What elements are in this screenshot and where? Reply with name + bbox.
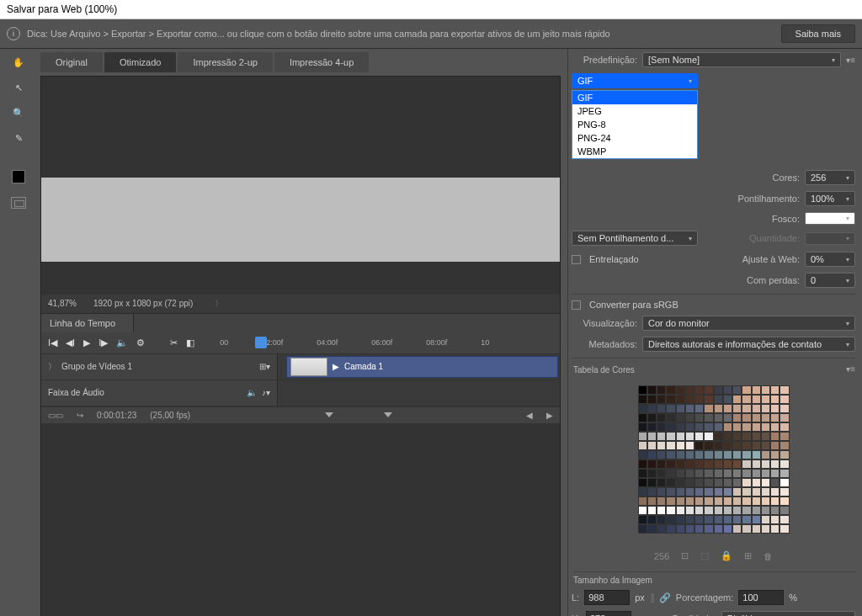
- play-button[interactable]: ▶: [83, 337, 90, 348]
- color-swatch-cell[interactable]: [685, 404, 694, 413]
- color-swatch-cell[interactable]: [780, 395, 789, 404]
- color-swatch-cell[interactable]: [742, 478, 751, 487]
- color-swatch-cell[interactable]: [638, 524, 647, 534]
- color-swatch-cell[interactable]: [676, 506, 685, 515]
- color-swatch-cell[interactable]: [732, 395, 742, 404]
- eyedropper-tool[interactable]: ✎: [10, 130, 27, 146]
- hand-tool[interactable]: ✋: [10, 54, 27, 71]
- color-swatch-cell[interactable]: [657, 478, 666, 487]
- slice-visibility-icon[interactable]: [11, 197, 26, 209]
- music-icon[interactable]: ♪▾: [262, 388, 270, 397]
- timeline-tab[interactable]: Linha do Tempo: [41, 314, 134, 332]
- color-swatch-cell[interactable]: [732, 385, 742, 395]
- color-swatch-cell[interactable]: [770, 497, 780, 506]
- color-swatch-cell[interactable]: [666, 459, 675, 469]
- color-swatch-cell[interactable]: [761, 395, 770, 404]
- slice-select-tool[interactable]: ↖: [10, 79, 27, 96]
- color-swatch-cell[interactable]: [761, 506, 770, 515]
- color-swatch-cell[interactable]: [657, 395, 666, 404]
- color-swatch-cell[interactable]: [780, 441, 789, 450]
- color-swatch-cell[interactable]: [742, 422, 751, 432]
- color-swatch-cell[interactable]: [666, 413, 675, 422]
- color-swatch-cell[interactable]: [666, 441, 675, 450]
- color-swatch-cell[interactable]: [638, 506, 647, 515]
- new-color-icon[interactable]: ⊞: [744, 550, 752, 561]
- color-swatch-cell[interactable]: [694, 395, 704, 404]
- color-swatch-cell[interactable]: [704, 497, 713, 506]
- color-swatch-cell[interactable]: [704, 395, 713, 404]
- color-swatch-cell[interactable]: [723, 385, 732, 395]
- color-swatch-cell[interactable]: [770, 524, 780, 534]
- next-frame-button[interactable]: I▶: [98, 337, 108, 348]
- color-swatch-cell[interactable]: [752, 469, 761, 478]
- color-swatch-cell[interactable]: [723, 524, 732, 534]
- color-swatch-cell[interactable]: [732, 422, 742, 432]
- color-swatch-cell[interactable]: [770, 506, 780, 515]
- color-swatch-cell[interactable]: [694, 441, 704, 450]
- color-swatch-cell[interactable]: [657, 506, 666, 515]
- scroll-left[interactable]: ◀: [526, 411, 533, 420]
- color-swatch-cell[interactable]: [704, 404, 713, 413]
- color-swatch-cell[interactable]: [732, 487, 742, 497]
- lock-icon[interactable]: 🔒: [721, 550, 732, 561]
- color-swatch-cell[interactable]: [752, 515, 761, 524]
- color-swatch-cell[interactable]: [714, 487, 723, 497]
- color-swatch-cell[interactable]: [676, 459, 685, 469]
- format-dropdown[interactable]: GIF JPEG PNG-8 PNG-24 WBMP: [572, 90, 698, 159]
- color-swatch-cell[interactable]: [657, 450, 666, 459]
- color-swatch-cell[interactable]: [770, 385, 780, 395]
- color-swatch[interactable]: [12, 170, 25, 183]
- color-swatch-cell[interactable]: [752, 487, 761, 497]
- color-swatch-cell[interactable]: [714, 478, 723, 487]
- color-table[interactable]: [638, 385, 790, 545]
- color-swatch-cell[interactable]: [732, 497, 742, 506]
- color-swatch-cell[interactable]: [742, 469, 751, 478]
- color-swatch-cell[interactable]: [638, 497, 647, 506]
- scroll-right[interactable]: ▶: [546, 411, 553, 420]
- color-swatch-cell[interactable]: [694, 385, 704, 395]
- color-swatch-cell[interactable]: [714, 395, 723, 404]
- color-swatch-cell[interactable]: [761, 432, 770, 441]
- color-swatch-cell[interactable]: [647, 385, 657, 395]
- color-swatch-cell[interactable]: [685, 487, 694, 497]
- quality-select[interactable]: Bicúbica▾: [721, 611, 855, 616]
- color-swatch-cell[interactable]: [638, 459, 647, 469]
- color-swatch-cell[interactable]: [761, 487, 770, 497]
- color-swatch-cell[interactable]: [761, 497, 770, 506]
- color-table-menu-icon[interactable]: ▾≡: [846, 364, 855, 374]
- color-swatch-cell[interactable]: [770, 450, 780, 459]
- color-swatch-cell[interactable]: [638, 515, 647, 524]
- color-swatch-cell[interactable]: [647, 497, 657, 506]
- color-swatch-cell[interactable]: [704, 441, 713, 450]
- color-swatch-cell[interactable]: [704, 478, 713, 487]
- color-swatch-cell[interactable]: [666, 487, 675, 497]
- color-swatch-cell[interactable]: [742, 487, 751, 497]
- color-swatch-cell[interactable]: [647, 515, 657, 524]
- color-swatch-cell[interactable]: [685, 385, 694, 395]
- color-swatch-cell[interactable]: [694, 404, 704, 413]
- color-swatch-cell[interactable]: [704, 422, 713, 432]
- width-input[interactable]: [584, 590, 630, 605]
- color-swatch-cell[interactable]: [723, 497, 732, 506]
- color-swatch-cell[interactable]: [714, 422, 723, 432]
- color-swatch-cell[interactable]: [657, 413, 666, 422]
- color-swatch-cell[interactable]: [704, 487, 713, 497]
- color-swatch-cell[interactable]: [770, 515, 780, 524]
- color-swatch-cell[interactable]: [657, 432, 666, 441]
- color-swatch-cell[interactable]: [752, 441, 761, 450]
- color-swatch-cell[interactable]: [723, 413, 732, 422]
- timeline-ruler[interactable]: 00 02:00f 04:00f 06:00f 08:00f 10: [203, 338, 553, 347]
- color-swatch-cell[interactable]: [714, 450, 723, 459]
- color-swatch-cell[interactable]: [657, 524, 666, 534]
- color-swatch-cell[interactable]: [761, 469, 770, 478]
- color-swatch-cell[interactable]: [742, 515, 751, 524]
- color-swatch-cell[interactable]: [732, 432, 742, 441]
- preview-canvas[interactable]: [41, 77, 560, 295]
- color-swatch-cell[interactable]: [732, 524, 742, 534]
- color-swatch-cell[interactable]: [714, 515, 723, 524]
- color-swatch-cell[interactable]: [752, 385, 761, 395]
- color-swatch-cell[interactable]: [638, 469, 647, 478]
- color-swatch-cell[interactable]: [723, 515, 732, 524]
- color-swatch-cell[interactable]: [723, 487, 732, 497]
- color-swatch-cell[interactable]: [694, 478, 704, 487]
